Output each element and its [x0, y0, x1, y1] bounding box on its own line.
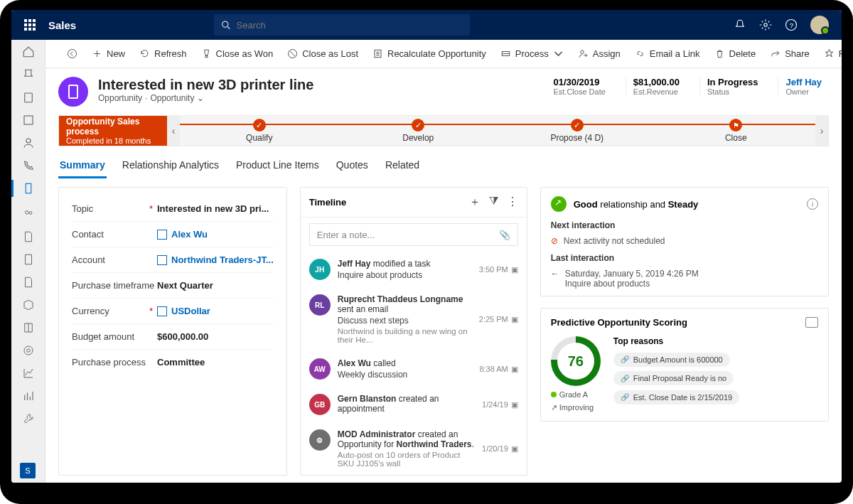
reason-chip[interactable]: Final Proposal Ready is no [613, 371, 734, 385]
feedback-icon[interactable] [805, 317, 818, 328]
nav-book-icon[interactable] [22, 321, 35, 334]
nav-cube-icon[interactable] [22, 299, 35, 311]
tab-related[interactable]: Related [384, 156, 421, 178]
recalculate-button[interactable]: Recalculate Opportunity [367, 45, 492, 62]
title-bar: Sales ? [11, 10, 842, 40]
alert-icon: ⊘ [551, 236, 558, 246]
timeline-item[interactable]: RL Ruprecht Thaddeus Longname sent an em… [301, 287, 527, 351]
last-interaction-date: Saturday, January 5, 2019 4:26 PM [565, 269, 699, 279]
reason-chip[interactable]: Est. Close Date is 2/15/2019 [613, 390, 739, 404]
tab-relationship[interactable]: Relationship Analytics [121, 156, 220, 178]
nav-wrench-icon[interactable] [22, 412, 35, 425]
close-date-value: 01/30/2019 [553, 77, 605, 87]
help-icon[interactable]: ? [785, 18, 798, 31]
stage-close[interactable]: Close [657, 116, 816, 146]
field-currency[interactable]: CurrencyUSDollar [72, 299, 274, 324]
status-value: In Progress [707, 77, 758, 87]
field-timeframe[interactable]: Purchase timeframeNext Quarter [72, 273, 274, 299]
nav-home-icon[interactable] [22, 45, 35, 58]
timeline-avatar: AW [309, 358, 331, 380]
sidebar-letter[interactable]: S [20, 463, 36, 478]
attachment-icon[interactable]: 📎 [499, 230, 510, 240]
next-interaction-h: Next interaction [541, 220, 828, 233]
timeline-meta: 3:50 PM ▣ [479, 259, 518, 280]
left-nav-rail: S [11, 40, 45, 483]
tab-products[interactable]: Product Line Items [235, 156, 321, 178]
nav-target-icon[interactable] [22, 344, 35, 357]
delete-button[interactable]: Delete [709, 45, 762, 62]
app-launcher-icon[interactable] [24, 19, 36, 31]
timeline-item[interactable]: ⚙ MOD Administrator created an Opportuni… [301, 422, 527, 475]
field-budget[interactable]: Budget amount$600,000.00 [72, 324, 274, 350]
assign-button[interactable]: Assign [572, 45, 626, 62]
activity-type-icon: ▣ [511, 365, 518, 374]
process-next-button[interactable]: › [815, 116, 828, 146]
user-avatar[interactable] [810, 16, 829, 34]
nav-people-icon[interactable] [22, 208, 35, 220]
follow-button[interactable]: Follow [818, 45, 842, 62]
nav-doc1-icon[interactable] [22, 230, 35, 243]
svg-rect-6 [24, 116, 33, 124]
timeline-avatar: ⚙ [309, 429, 331, 451]
nav-pinned-icon[interactable] [22, 68, 35, 81]
svg-point-11 [24, 346, 33, 355]
command-bar: New Refresh Close as Won Close as Lost R… [45, 40, 842, 68]
email-link-button[interactable]: Email a Link [629, 45, 706, 62]
search-input[interactable] [237, 20, 463, 31]
timeline-avatar: GB [309, 394, 331, 415]
timeline-add-icon[interactable]: ＋ [469, 195, 481, 210]
nav-report-icon[interactable] [22, 114, 35, 127]
nav-phone-icon[interactable] [22, 159, 35, 172]
refresh-button[interactable]: Refresh [134, 45, 193, 62]
nav-opportunity-icon[interactable] [22, 182, 35, 198]
nav-clipboard-icon[interactable] [22, 91, 35, 104]
timeline-note-input[interactable]: Enter a note...📎 [309, 223, 518, 246]
chevron-down-icon: ⌄ [197, 93, 204, 103]
last-interaction-subject: Inquire about products [565, 279, 699, 289]
svg-point-2 [764, 23, 768, 27]
contact-icon [157, 230, 167, 240]
activity-type-icon: ▣ [511, 444, 518, 454]
timeline-filter-icon[interactable]: ⧩ [489, 195, 498, 210]
settings-icon[interactable] [759, 18, 772, 31]
field-account[interactable]: AccountNorthwind Traders-JT... [72, 247, 274, 273]
nav-bars-icon[interactable] [22, 390, 35, 402]
stage-qualify[interactable]: Qualify [180, 116, 339, 146]
field-contact[interactable]: ContactAlex Wu [72, 222, 274, 247]
svg-point-12 [26, 349, 30, 353]
stage-develop[interactable]: Develop [339, 116, 498, 146]
new-button[interactable]: New [86, 45, 131, 62]
svg-rect-5 [24, 93, 32, 102]
nav-doc3-icon[interactable] [22, 276, 35, 289]
process-button[interactable]: Process [495, 45, 569, 62]
nav-chart-icon[interactable] [22, 367, 35, 380]
score-gauge: 76 [551, 336, 601, 386]
health-icon [551, 196, 567, 212]
global-search[interactable] [214, 14, 470, 36]
stage-propose[interactable]: Propose (4 D) [498, 116, 657, 146]
owner-value[interactable]: Jeff Hay [785, 77, 822, 87]
field-process[interactable]: Purchase processCommittee [72, 350, 274, 375]
tab-summary[interactable]: Summary [58, 156, 107, 178]
timeline-meta: 8:38 AM ▣ [479, 358, 517, 380]
record-breadcrumb[interactable]: Opportunity · Opportunity ⌄ [98, 93, 313, 103]
nav-doc2-icon[interactable] [22, 253, 35, 266]
info-icon[interactable]: i [807, 198, 818, 210]
process-banner: Opportunity Sales processCompleted in 18… [59, 116, 167, 146]
nav-contact-icon[interactable] [22, 136, 35, 149]
timeline-item[interactable]: GB Gern Blanston created an appointment … [301, 387, 527, 422]
activity-type-icon: ▣ [511, 400, 518, 409]
reason-chip[interactable]: Budget Amount is 600000 [613, 353, 730, 367]
back-button[interactable] [61, 45, 83, 62]
close-lost-button[interactable]: Close as Lost [281, 45, 364, 62]
svg-point-7 [26, 139, 31, 143]
timeline-item[interactable]: AW Alex Wu called Weekly discussion 8:38… [301, 351, 527, 387]
close-won-button[interactable]: Close as Won [195, 45, 279, 62]
field-topic[interactable]: TopicInterested in new 3D pri... [72, 196, 274, 222]
timeline-more-icon[interactable]: ⋮ [507, 195, 518, 210]
timeline-item[interactable]: JH Jeff Hay modified a task Inquire abou… [301, 252, 527, 287]
share-button[interactable]: Share [764, 45, 815, 62]
notifications-icon[interactable] [734, 18, 746, 31]
process-prev-button[interactable]: ‹ [167, 116, 180, 146]
tab-quotes[interactable]: Quotes [335, 156, 370, 178]
